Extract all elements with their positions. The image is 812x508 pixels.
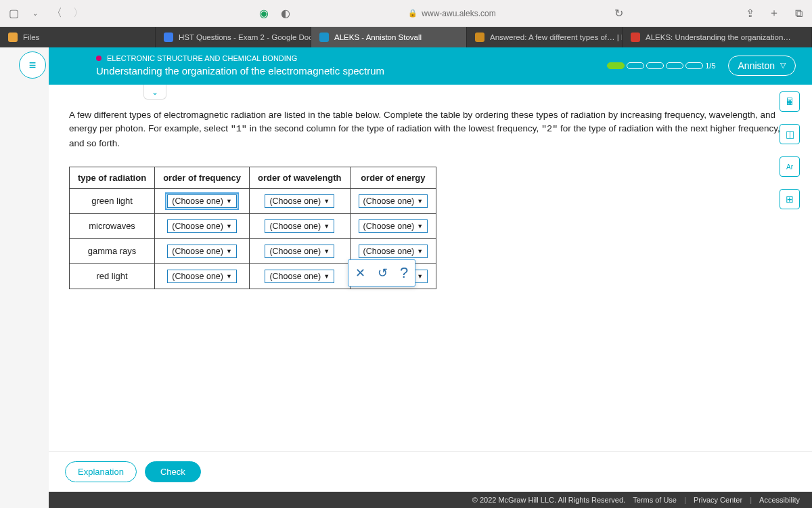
copyright-text: © 2022 McGraw Hill LLC. All Rights Reser…: [472, 496, 625, 504]
check-button[interactable]: Check: [145, 461, 201, 482]
tool-rail: 🖩 ◫ Ar ⊞: [780, 91, 800, 209]
left-rail: ≡: [0, 47, 49, 508]
nav-forward-icon: 〉: [72, 6, 85, 20]
favicon: [475, 33, 484, 42]
url-text: www-awu.aleks.com: [422, 9, 495, 18]
instructions-text: A few different types of electromagnetic…: [69, 108, 792, 150]
explanation-button[interactable]: Explanation: [65, 461, 137, 482]
periodic-table-icon[interactable]: Ar: [780, 156, 800, 177]
tab-aleks-active[interactable]: ALEKS - Anniston Stovall: [311, 27, 467, 47]
favicon: [164, 33, 173, 42]
wavelength-select[interactable]: (Choose one)▼: [265, 219, 334, 233]
chevron-down-icon: ▽: [780, 61, 786, 70]
extension-icon[interactable]: ◉: [257, 7, 271, 20]
energy-select[interactable]: (Choose one)▼: [359, 219, 428, 233]
wavelength-select[interactable]: (Choose one)▼: [265, 245, 334, 258]
col-header: order of wavelength: [249, 167, 350, 188]
favicon: [319, 33, 329, 42]
table-row: microwaves (Choose one)▼ (Choose one)▼ (…: [70, 213, 436, 238]
bottom-bar: Explanation Check: [49, 451, 812, 492]
cell-control-tray: ✕ ↺ ?: [348, 259, 415, 287]
breadcrumb: ELECTRONIC STRUCTURE AND CHEMICAL BONDIN…: [107, 54, 297, 62]
nav-back-icon[interactable]: 〈: [50, 6, 64, 20]
new-tab-icon[interactable]: ＋: [767, 6, 781, 20]
frequency-select[interactable]: (Choose one)▼: [167, 219, 237, 233]
tab-bartleby[interactable]: Answered: A few different types of… | ba…: [467, 27, 623, 47]
table-row: green light (Choose one)▼ (Choose one)▼ …: [70, 188, 436, 213]
data-table-icon[interactable]: ⊞: [780, 189, 800, 209]
col-header: type of radiation: [70, 167, 155, 188]
sidebar-toggle-icon[interactable]: ▢: [7, 7, 20, 20]
frequency-select[interactable]: (Choose one)▼: [167, 194, 237, 208]
lock-icon: 🔒: [408, 9, 418, 18]
tab-google-docs[interactable]: HST Questions - Exam 2 - Google Docs: [156, 27, 311, 47]
url-bar[interactable]: 🔒 www-awu.aleks.com: [300, 9, 604, 18]
favicon: [8, 33, 18, 42]
content-area: A few different types of electromagnetic…: [49, 85, 812, 451]
browser-toolbar: ▢ ⌄ 〈 〉 ◉ ◐ 🔒 www-awu.aleks.com ↻ ⇪ ＋ ⧉: [0, 0, 812, 27]
shield-icon[interactable]: ◐: [279, 7, 292, 20]
tab-strip: Files HST Questions - Exam 2 - Google Do…: [0, 27, 812, 47]
energy-select[interactable]: (Choose one)▼: [359, 245, 428, 258]
footer-link[interactable]: Accessibility: [759, 496, 800, 504]
undo-icon[interactable]: ↺: [378, 266, 388, 280]
topic-title: Understanding the organization of the el…: [96, 65, 384, 77]
clear-icon[interactable]: ✕: [355, 266, 365, 280]
tab-files[interactable]: Files: [0, 27, 156, 47]
energy-select[interactable]: (Choose one)▼: [359, 194, 428, 208]
help-icon[interactable]: ?: [400, 264, 408, 282]
wavelength-select[interactable]: (Choose one)▼: [265, 194, 334, 208]
footer: © 2022 McGraw Hill LLC. All Rights Reser…: [49, 492, 812, 508]
footer-link[interactable]: Terms of Use: [633, 496, 677, 504]
footer-link[interactable]: Privacy Center: [694, 496, 742, 504]
topic-dot-icon: [96, 56, 102, 61]
share-icon[interactable]: ⇪: [743, 7, 757, 20]
topic-header: ELECTRONIC STRUCTURE AND CHEMICAL BONDIN…: [49, 47, 812, 85]
tabs-overview-icon[interactable]: ⧉: [792, 7, 805, 20]
frequency-select[interactable]: (Choose one)▼: [167, 270, 237, 283]
col-header: order of frequency: [155, 167, 250, 188]
favicon: [631, 33, 640, 42]
graph-icon[interactable]: ◫: [780, 124, 800, 144]
col-header: order of energy: [350, 167, 436, 188]
user-menu[interactable]: Anniston ▽: [728, 56, 796, 76]
calculator-icon[interactable]: 🖩: [780, 91, 800, 112]
menu-button[interactable]: ≡: [19, 51, 46, 79]
wavelength-select[interactable]: (Choose one)▼: [265, 270, 334, 283]
frequency-select[interactable]: (Choose one)▼: [167, 245, 237, 258]
tab-youtube[interactable]: ALEKS: Understanding the organization…: [623, 27, 812, 47]
dropdown-caret-icon[interactable]: ⌄: [28, 9, 42, 17]
reload-icon[interactable]: ↻: [612, 7, 625, 20]
progress-indicator: 1/5: [607, 62, 715, 70]
